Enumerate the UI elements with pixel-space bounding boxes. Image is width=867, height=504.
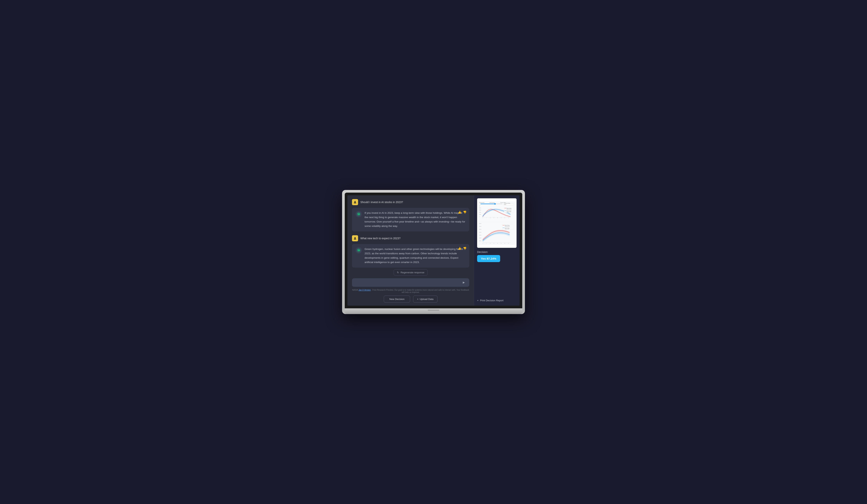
feedback-1: 👍 👎	[458, 210, 467, 214]
svg-text:200,000: 200,000	[479, 223, 481, 224]
laptop-notch	[428, 310, 439, 311]
svg-text:Groups over 1000: Groups over 1000	[505, 229, 509, 229]
regen-label: Regenerate response	[400, 271, 424, 274]
svg-text:20: 20	[497, 243, 498, 244]
chat-panel: Should I invest in AI stocks in 2023? If…	[347, 195, 474, 306]
svg-text:40,000: 40,000	[479, 208, 481, 208]
user-message-1: Should I invest in AI stocks in 2023?	[352, 199, 469, 205]
svg-text:Replace Prior Data: Replace Prior Data	[505, 225, 510, 226]
ai-message-2: Green hydrogen, nuclear fusion and other…	[352, 244, 469, 267]
svg-text:90.0%: 90.0%	[504, 204, 506, 205]
thumbs-up-icon-2[interactable]: 👍	[458, 246, 461, 250]
svg-point-0	[354, 201, 356, 202]
chat-input[interactable]	[355, 281, 461, 284]
decision-label: Decision:	[477, 251, 516, 253]
print-label: Print Decision Report	[480, 299, 504, 302]
ai-message-1: If you invest in AI in 2023, keep a long…	[352, 208, 469, 231]
svg-text:10: 10	[490, 218, 491, 218]
svg-text:35: 35	[508, 243, 509, 244]
svg-text:30: 30	[504, 218, 505, 218]
new-decision-button[interactable]: New Decision	[384, 296, 410, 303]
svg-point-2	[354, 237, 356, 238]
ai-text-1: If you invest in AI in 2023, keep a long…	[365, 211, 466, 228]
right-panel: Data Simulation Order Summary Predict in…	[474, 195, 520, 306]
chat-messages: Should I invest in AI stocks in 2023? If…	[352, 199, 469, 269]
laptop-frame: Should I invest in AI stocks in 2023? If…	[342, 190, 525, 314]
decision-section: Decision: Yes 87.24%	[477, 251, 516, 262]
svg-text:Replace Prior Data: Replace Prior Data	[507, 210, 511, 211]
thumbs-down-icon-1[interactable]: 👎	[463, 210, 467, 214]
print-icon: +	[477, 299, 479, 302]
footer-text: NASIA Jan 9 Version . Free Research Prev…	[352, 289, 469, 293]
decision-badge[interactable]: Yes 87.24%	[477, 255, 500, 262]
user-avatar-2	[352, 235, 358, 241]
svg-text:0: 0	[479, 216, 479, 217]
svg-text:Groups under 1000: Groups under 1000	[507, 209, 511, 210]
laptop-base	[345, 308, 522, 312]
svg-text:Groups under 1000: Groups under 1000	[505, 226, 510, 227]
svg-text:180,000: 180,000	[479, 226, 481, 227]
upload-label: Upload Data	[420, 298, 433, 300]
svg-text:Data Simulation: Data Simulation	[479, 202, 484, 203]
svg-text:20,000: 20,000	[479, 212, 481, 213]
feedback-2: 👍 👎	[458, 246, 467, 250]
ai-avatar-1	[355, 211, 362, 217]
svg-text:15: 15	[493, 243, 494, 244]
svg-text:Groups over 1000: Groups over 1000	[507, 211, 511, 212]
svg-text:25: 25	[501, 243, 502, 244]
svg-text:160,000: 160,000	[479, 229, 481, 230]
svg-text:20: 20	[497, 218, 498, 218]
print-report-button[interactable]: + Print Decision Report	[477, 298, 516, 303]
new-decision-label: New Decision	[389, 298, 404, 300]
svg-text:10,000: 10,000	[479, 214, 481, 215]
user-message-2: What new tech to expect in 2023?	[352, 235, 469, 241]
svg-text:25: 25	[501, 218, 502, 218]
svg-text:80,000: 80,000	[479, 241, 481, 242]
footer-suffix: . Free Research Preview. Our goal is to …	[371, 289, 469, 293]
svg-text:30,000: 30,000	[479, 210, 481, 210]
svg-text:15: 15	[493, 218, 494, 218]
ai-avatar-2	[355, 247, 362, 253]
user-question-1: Should I invest in AI stocks in 2023?	[360, 201, 403, 204]
chart-preview: Data Simulation Order Summary Predict in…	[477, 198, 516, 248]
svg-text:Confidence Region: Confidence Region	[504, 203, 510, 204]
thumbs-up-icon-1[interactable]: 👍	[458, 210, 461, 214]
upload-icon: +	[417, 298, 419, 300]
svg-text:100,000: 100,000	[479, 238, 481, 239]
svg-text:Replace Prior Data: Replace Prior Data	[507, 208, 511, 209]
svg-text:30: 30	[504, 243, 505, 244]
footer-prefix: NASIA	[352, 289, 358, 291]
screen-bezel: Should I invest in AI stocks in 2023? If…	[345, 193, 522, 308]
svg-point-10	[494, 203, 496, 205]
version-link[interactable]: Jan 9 Version	[358, 289, 371, 291]
regenerate-button[interactable]: ↻ Regenerate response	[394, 269, 428, 276]
svg-text:140,000: 140,000	[479, 232, 481, 233]
laptop-bottom	[345, 312, 522, 314]
svg-rect-9	[481, 204, 495, 204]
svg-text:10: 10	[490, 243, 491, 244]
svg-text:35: 35	[508, 218, 509, 218]
regen-icon: ↻	[397, 271, 399, 274]
bottom-actions: New Decision + Upload Data	[352, 296, 469, 303]
svg-text:Order Summary: Order Summary	[490, 202, 495, 203]
ai-text-2: Green hydrogen, nuclear fusion and other…	[365, 247, 466, 265]
input-area: ►	[352, 278, 469, 287]
thumbs-down-icon-2[interactable]: 👎	[463, 246, 467, 250]
upload-data-button[interactable]: + Upload Data	[413, 296, 438, 303]
user-avatar-1	[352, 199, 358, 205]
send-button[interactable]: ►	[461, 280, 467, 285]
laptop-screen: Should I invest in AI stocks in 2023? If…	[347, 195, 520, 306]
svg-text:120,000: 120,000	[479, 235, 481, 235]
svg-text:Replace Prior Data: Replace Prior Data	[505, 228, 510, 228]
user-question-2: What new tech to expect in 2023?	[360, 237, 400, 240]
